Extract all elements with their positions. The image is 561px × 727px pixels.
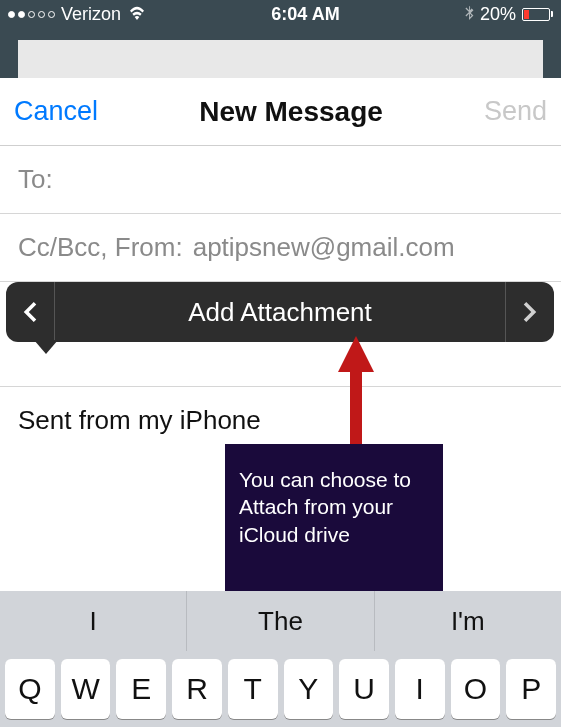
nav-bar: Cancel New Message Send (0, 78, 561, 146)
popover-caret-icon (34, 340, 58, 354)
suggestion-bar: I The I'm (0, 591, 561, 651)
key-i[interactable]: I (395, 659, 445, 719)
popover-prev-button[interactable] (6, 302, 54, 322)
ccbcc-from-field[interactable]: Cc/Bcc, From: aptipsnew@gmail.com (0, 214, 561, 282)
keyboard: I The I'm Q W E R T Y U I O P (0, 591, 561, 727)
key-q[interactable]: Q (5, 659, 55, 719)
popover-next-button[interactable] (506, 302, 554, 322)
key-p[interactable]: P (506, 659, 556, 719)
annotation-callout: You can choose to Attach from your iClou… (225, 444, 443, 594)
suggestion-1[interactable]: I (0, 591, 186, 651)
key-u[interactable]: U (339, 659, 389, 719)
wifi-icon (127, 4, 147, 25)
carrier-label: Verizon (61, 4, 121, 25)
key-row-1: Q W E R T Y U I O P (0, 651, 561, 727)
ccbcc-label: Cc/Bcc, From: (18, 232, 183, 263)
key-r[interactable]: R (172, 659, 222, 719)
send-button[interactable]: Send (484, 96, 547, 127)
annotation-text: You can choose to Attach from your iClou… (239, 468, 411, 546)
battery-pct-label: 20% (480, 4, 516, 25)
key-y[interactable]: Y (284, 659, 334, 719)
status-bar: Verizon 6:04 AM 20% (0, 0, 561, 28)
to-field[interactable]: To: (0, 146, 561, 214)
battery-icon (522, 8, 553, 21)
bluetooth-icon (464, 4, 474, 25)
signal-strength-icon (8, 11, 55, 18)
key-e[interactable]: E (116, 659, 166, 719)
to-label: To: (18, 164, 53, 195)
clock-label: 6:04 AM (271, 4, 339, 25)
add-attachment-button[interactable]: Add Attachment (55, 297, 505, 328)
key-t[interactable]: T (228, 659, 278, 719)
page-title: New Message (199, 96, 383, 128)
from-value: aptipsnew@gmail.com (193, 232, 455, 263)
cancel-button[interactable]: Cancel (14, 96, 98, 127)
context-menu-popover: Add Attachment (6, 282, 554, 342)
key-o[interactable]: O (451, 659, 501, 719)
suggestion-3[interactable]: I'm (375, 591, 561, 651)
suggestion-2[interactable]: The (187, 591, 373, 651)
key-w[interactable]: W (61, 659, 111, 719)
